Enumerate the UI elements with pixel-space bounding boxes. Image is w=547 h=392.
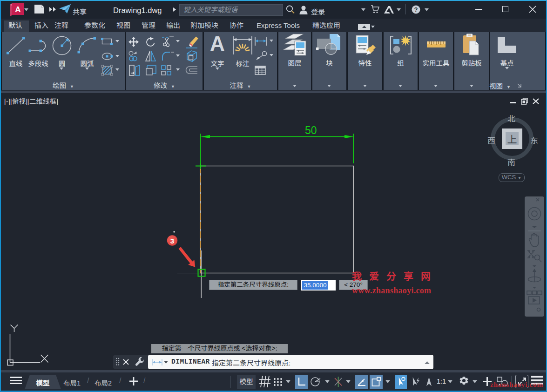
- svg-text:3: 3: [170, 237, 174, 245]
